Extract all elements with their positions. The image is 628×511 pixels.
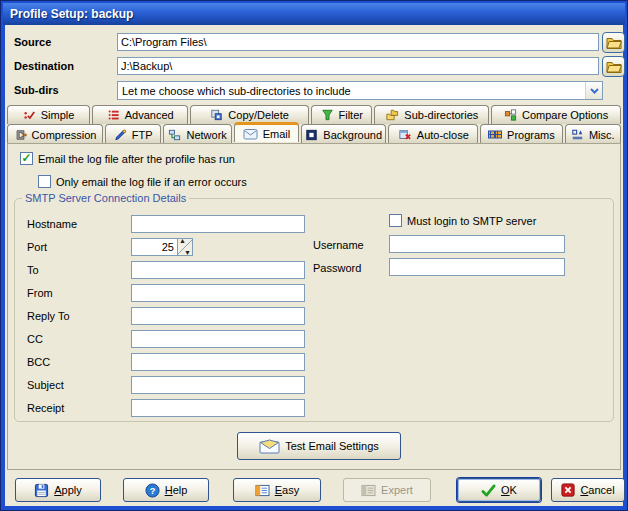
tab-label: Advanced [125,109,174,121]
email-tab-page: ✓ Email the log file after the profile h… [7,143,621,470]
subject-label: Subject [27,379,131,391]
dialog-body: Source Destination Sub-dirs Let me choos… [5,25,623,506]
tab-label: Sub-directories [404,109,478,121]
source-browse-button[interactable] [602,32,625,53]
button-label: OK [501,484,517,496]
destination-browse-button[interactable] [602,56,625,77]
must-login-checkbox[interactable]: ✓ Must login to SMTP server [389,214,536,227]
easy-button[interactable]: Easy [233,478,321,502]
help-icon: ? [145,483,160,498]
misc-icon [571,129,584,141]
destination-input[interactable] [117,57,599,75]
tab-label: Network [186,129,226,141]
ok-check-icon [481,484,496,497]
filter-icon [321,109,334,121]
tab-label: Programs [507,129,555,141]
test-email-settings-button[interactable]: Test Email Settings [237,432,401,460]
tab-ftp[interactable]: FTP [105,124,161,144]
form-row-cc: CC [27,327,305,350]
tab-auto-close[interactable]: Auto-close [388,124,478,144]
subdirectories-icon [385,109,399,121]
source-input[interactable] [117,33,599,51]
bcc-input[interactable] [131,353,305,371]
checkbox-box[interactable]: ✓ [38,175,51,188]
floppy-disk-icon [34,483,49,498]
checkbox-label: Email the log file after the profile has… [38,153,235,165]
tab-misc[interactable]: Misc. [565,124,621,144]
from-input[interactable] [131,284,305,302]
email-icon [243,128,258,140]
compression-icon [14,129,27,141]
to-input[interactable] [131,261,305,279]
port-spinner[interactable]: ▲▼ [178,238,193,256]
button-label: Apply [54,484,82,496]
tab-network[interactable]: Network [163,124,231,144]
tab-label: Compare Options [522,109,608,121]
spinner-down-icon[interactable]: ▼ [184,249,191,256]
tab-background[interactable]: Background [301,124,386,144]
tab-sub-directories[interactable]: Sub-directories [374,105,489,124]
button-label: Help [165,484,188,496]
bcc-label: BCC [27,356,131,368]
checkbox-box[interactable]: ✓ [20,152,33,165]
tab-email[interactable]: Email [234,122,299,142]
ok-button[interactable]: OK [457,478,541,502]
cancel-x-icon [561,483,575,497]
form-row-receipt: Receipt [27,396,305,419]
expert-button[interactable]: Expert [343,478,431,502]
port-label: Port [27,241,131,253]
port-input[interactable] [131,238,178,256]
tab-row-1: Simple Advanced Copy/Delete Filter Sub-d… [7,105,621,124]
title-bar[interactable]: Profile Setup: backup [3,3,625,25]
spinner-up-icon[interactable]: ▲ [179,237,186,244]
tab-label: Filter [339,109,363,121]
form-row-hostname: Hostname [27,212,305,235]
smtp-left-column: Hostname Port ▲▼ To From [27,212,305,419]
destination-label: Destination [14,60,74,72]
tab-label: Auto-close [417,129,469,141]
tab-compare-options[interactable]: Compare Options [491,105,621,124]
cancel-button[interactable]: Cancel [551,478,625,502]
tab-label: Background [323,129,382,141]
only-error-checkbox[interactable]: ✓ Only email the log file if an error oc… [38,175,247,188]
tab-label: Compression [32,129,97,141]
cc-label: CC [27,333,131,345]
hostname-input[interactable] [131,215,305,233]
window-title: Profile Setup: backup [10,7,133,21]
receipt-input[interactable] [131,399,305,417]
username-input[interactable] [389,235,565,253]
tab-simple[interactable]: Simple [7,105,90,124]
group-box-title: SMTP Server Connection Details [22,192,189,204]
tab-label: Simple [41,109,75,121]
form-row-subject: Subject [27,373,305,396]
expert-mode-icon [361,484,376,497]
subject-input[interactable] [131,376,305,394]
from-label: From [27,287,131,299]
apply-button[interactable]: Apply [15,478,101,502]
cc-input[interactable] [131,330,305,348]
source-label: Source [14,36,51,48]
tab-advanced[interactable]: Advanced [92,105,188,124]
button-label: Easy [275,484,299,496]
checkbox-box[interactable]: ✓ [389,214,402,227]
smtp-group-box: SMTP Server Connection Details Hostname … [14,198,614,422]
to-label: To [27,264,131,276]
subdirs-label: Sub-dirs [14,84,59,96]
tab-filter[interactable]: Filter [311,105,372,124]
reply-to-input[interactable] [131,307,305,325]
tab-compression[interactable]: Compression [7,124,103,144]
network-icon [168,129,181,141]
chevron-down-icon[interactable] [585,82,602,99]
auto-close-icon [398,129,412,141]
button-label: Expert [381,484,413,496]
checkbox-label: Only email the log file if an error occu… [56,176,247,188]
password-input[interactable] [389,258,565,276]
form-row-port: Port ▲▼ [27,235,305,258]
help-button[interactable]: ? Help [123,478,209,502]
tab-programs[interactable]: Programs [480,124,562,144]
subdirs-select[interactable]: Let me choose which sub-directories to i… [117,81,603,100]
email-log-checkbox[interactable]: ✓ Email the log file after the profile h… [20,152,235,165]
receipt-label: Receipt [27,402,131,414]
button-label: Test Email Settings [285,440,379,452]
background-icon [305,129,318,141]
